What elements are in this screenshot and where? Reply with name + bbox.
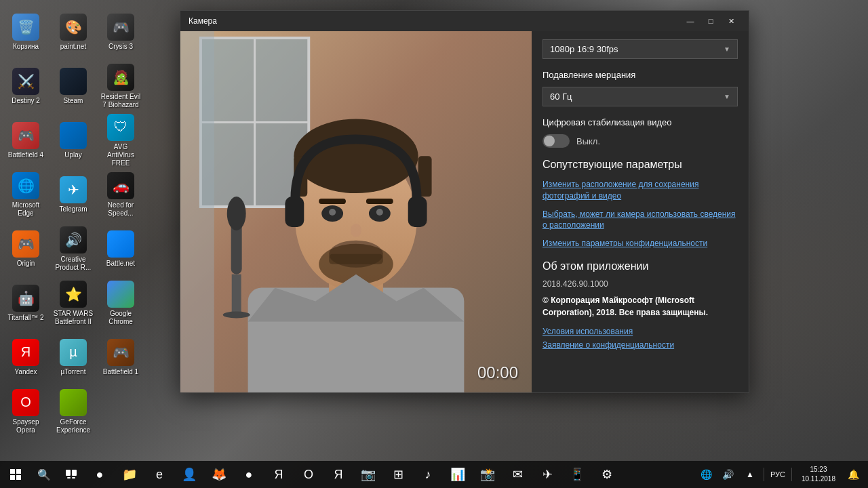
desktop-icon-recycle-bin[interactable]: 🗑️Корзина: [3, 5, 49, 58]
flicker-value: 60 Гц: [550, 92, 572, 102]
close-button[interactable]: ✕: [722, 14, 741, 28]
taskbar-app-vpn[interactable]: ⊞: [383, 461, 413, 488]
taskbar-app-cortana[interactable]: ●: [85, 461, 115, 488]
taskbar-app-yandex2[interactable]: О: [294, 461, 323, 488]
icon-label-resident: Resident Evil 7 Biohazard: [100, 93, 141, 109]
desktop-icon-chrome[interactable]: Google Chrome: [98, 277, 144, 329]
svg-rect-35: [72, 470, 77, 476]
desktop-icon-telegram[interactable]: ✈Telegram: [50, 168, 96, 221]
desktop-icon-origin[interactable]: 🎮Origin: [3, 222, 49, 275]
taskbar-app-settings-task[interactable]: ⚙: [592, 461, 622, 488]
desktop-icon-paint[interactable]: 🎨paint.net: [50, 5, 96, 58]
taskbar-app-explorer[interactable]: 📁: [115, 461, 144, 488]
start-button[interactable]: [0, 461, 31, 488]
svg-rect-34: [66, 470, 71, 476]
language-indicator[interactable]: РУС: [768, 470, 787, 479]
taskbar-app-phone[interactable]: 📱: [562, 461, 592, 488]
desktop-icon-uplay[interactable]: Uplay: [50, 114, 96, 167]
app-version: 2018.426.90.1000: [542, 279, 738, 289]
icon-img-destiny2: ⚔️: [12, 68, 39, 95]
icon-label-starwars: STAR WARS Battlefront II: [53, 310, 94, 326]
icon-label-nfs: Need for Speed...: [100, 201, 141, 218]
desktop-icon-edge[interactable]: 🌐Microsoft Edge: [3, 168, 49, 221]
desktop-icon-crysis3[interactable]: 🎮Crysis 3: [98, 5, 144, 58]
flicker-dropdown[interactable]: 60 Гц ▼: [542, 87, 738, 106]
icon-img-creative: 🔊: [60, 226, 87, 253]
task-view-button[interactable]: [58, 461, 85, 488]
taskbar-app-music[interactable]: ♪: [413, 461, 443, 488]
companion-title: Сопутствующие параметры: [542, 159, 738, 171]
taskbar-app-mail[interactable]: ✉: [502, 461, 532, 488]
desktop-icon-avg[interactable]: 🛡AVG AntiVirus FREE: [98, 114, 144, 167]
resolution-dropdown-arrow: ▼: [724, 45, 730, 53]
icon-img-telegram: ✈: [60, 176, 87, 203]
desktop-icon-utorrent[interactable]: µµTorrent: [50, 331, 96, 384]
desktop-icon-destiny2[interactable]: ⚔️Destiny 2: [3, 60, 49, 113]
icon-label-battlefield1: Battlefield 1: [103, 368, 138, 376]
icon-img-paint: 🎨: [60, 14, 87, 41]
battery-icon[interactable]: ▲: [741, 461, 760, 488]
icon-img-battlefield1: 🎮: [107, 339, 134, 366]
taskbar-app-camera-task[interactable]: 📷: [353, 461, 383, 488]
desktop-icons-area: 🗑️Корзина⚔️Destiny 2🎮Battlefield 4🌐Micro…: [0, 0, 132, 461]
desktop-icon-yandex[interactable]: ЯYandex: [3, 331, 49, 384]
volume-icon[interactable]: 🔊: [719, 461, 738, 488]
icon-label-steam: Steam: [64, 97, 83, 105]
taskbar-app-yandexbr[interactable]: Я: [323, 461, 353, 488]
taskbar-app-calc[interactable]: 📊: [443, 461, 473, 488]
desktop-icon-starwars[interactable]: ⭐STAR WARS Battlefront II: [50, 277, 96, 329]
clock[interactable]: 15:23 10.11.2018: [796, 465, 841, 484]
taskbar-app-chrome-task[interactable]: ●: [234, 461, 264, 488]
desktop-icon-battlenet[interactable]: Battle.net: [98, 222, 144, 275]
resolution-dropdown[interactable]: 1080р 16:9 30fps ▼: [542, 39, 738, 59]
desktop-icon-creative[interactable]: 🔊Creative Product R...: [50, 222, 96, 275]
icon-img-chrome: [107, 281, 134, 308]
taskbar-app-telegram-task[interactable]: ✈: [532, 461, 562, 488]
flicker-dropdown-arrow: ▼: [724, 93, 730, 100]
taskbar-app-capture[interactable]: 📸: [473, 461, 502, 488]
stabilization-toggle[interactable]: [542, 134, 570, 148]
stabilization-row: Выкл.: [542, 134, 738, 148]
desktop-icon-nfs[interactable]: 🚗Need for Speed...: [98, 168, 144, 221]
icon-label-battlefield4: Battlefield 4: [8, 151, 43, 159]
privacy-policy-link[interactable]: Заявление о конфиденциальности: [542, 340, 738, 350]
icon-label-geforce: GeForce Experience: [53, 418, 94, 434]
taskbar-app-yandex-task[interactable]: Я: [264, 461, 294, 488]
camera-video-feed: [180, 31, 532, 392]
desktop-icon-opera[interactable]: OSpaysep Opera: [3, 385, 49, 438]
icon-img-nfs: 🚗: [107, 172, 134, 199]
desktop-icon-battlefield4[interactable]: 🎮Battlefield 4: [3, 114, 49, 167]
location-permission-link[interactable]: Выбрать, может ли камера использовать св…: [542, 209, 738, 232]
desktop: 🗑️Корзина⚔️Destiny 2🎮Battlefield 4🌐Micro…: [0, 0, 868, 488]
maximize-button[interactable]: □: [701, 14, 720, 28]
icon-label-telegram: Telegram: [59, 205, 87, 214]
minimize-button[interactable]: —: [681, 14, 700, 28]
desktop-icon-battlefield1[interactable]: 🎮Battlefield 1: [98, 331, 144, 384]
icon-label-recycle-bin: Корзина: [13, 43, 39, 51]
taskbar-app-firefox[interactable]: 🦊: [204, 461, 234, 488]
icon-label-crysis3: Crysis 3: [108, 43, 133, 51]
network-icon[interactable]: 🌐: [697, 461, 716, 488]
icon-label-utorrent: µTorrent: [61, 368, 86, 376]
notification-button[interactable]: 🔔: [844, 461, 863, 488]
taskbar-app-person[interactable]: 👤: [174, 461, 204, 488]
icon-label-paint: paint.net: [60, 43, 86, 51]
privacy-settings-link[interactable]: Изменить параметры конфиденциальности: [542, 238, 738, 249]
search-button[interactable]: 🔍: [31, 461, 58, 488]
icon-img-origin: 🎮: [12, 230, 39, 258]
flicker-title: Подавление мерцания: [542, 70, 738, 80]
window-body: 00:00 1080р 16:9 30fps ▼ Подавление мерц…: [180, 31, 749, 392]
icon-label-edge: Microsoft Edge: [5, 201, 46, 218]
desktop-icon-resident[interactable]: 🧟Resident Evil 7 Biohazard: [98, 60, 144, 113]
terms-link[interactable]: Условия использования: [542, 327, 738, 336]
taskbar-app-edge-task[interactable]: e: [144, 461, 174, 488]
desktop-icon-steam[interactable]: Steam: [50, 60, 96, 113]
svg-point-16: [329, 209, 336, 216]
desktop-icon-geforce[interactable]: GeForce Experience: [50, 385, 96, 438]
svg-point-18: [351, 224, 361, 237]
about-title: Об этом приложении: [542, 260, 738, 272]
icon-img-steam: [60, 68, 87, 95]
desktop-icon-titanfall2[interactable]: 🤖Titanfall™ 2: [3, 277, 49, 329]
save-location-link[interactable]: Изменить расположение для сохранения фот…: [542, 179, 738, 202]
svg-rect-36: [67, 477, 71, 479]
